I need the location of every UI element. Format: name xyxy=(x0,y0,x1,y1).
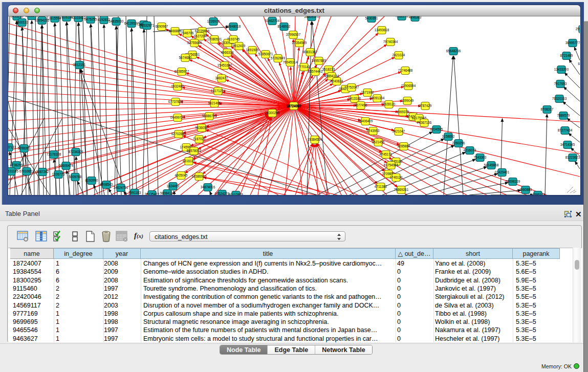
svg-text:1226916: 1226916 xyxy=(207,19,220,23)
svg-text:7182278: 7182278 xyxy=(396,16,408,18)
svg-text:75869261: 75869261 xyxy=(394,188,409,191)
svg-text:5009788: 5009788 xyxy=(69,175,82,179)
svg-text:51462704: 51462704 xyxy=(265,19,280,23)
svg-text:1491905: 1491905 xyxy=(246,48,259,52)
svg-text:0433218: 0433218 xyxy=(11,16,24,18)
svg-text:55698169: 55698169 xyxy=(506,180,520,183)
svg-text:3518233: 3518233 xyxy=(322,68,335,71)
svg-text:86578091: 86578091 xyxy=(187,149,202,152)
svg-text:1969379: 1969379 xyxy=(397,110,409,114)
svg-text:37996507: 37996507 xyxy=(286,33,301,36)
svg-text:80112805: 80112805 xyxy=(229,193,243,195)
svg-text:62386922: 62386922 xyxy=(192,174,207,178)
svg-text:2328120: 2328120 xyxy=(383,102,396,106)
svg-text:5098393: 5098393 xyxy=(18,146,31,150)
svg-text:6193990: 6193990 xyxy=(85,179,98,182)
svg-text:51850671: 51850671 xyxy=(258,52,273,56)
svg-text:7187026: 7187026 xyxy=(193,137,206,141)
svg-text:6998543: 6998543 xyxy=(100,183,113,186)
svg-text:4216073: 4216073 xyxy=(464,148,476,152)
svg-text:9413186: 9413186 xyxy=(349,97,361,100)
svg-text:5674680: 5674680 xyxy=(179,56,192,59)
svg-text:19384554: 19384554 xyxy=(308,138,322,141)
svg-text:57262849: 57262849 xyxy=(271,56,286,60)
svg-text:9600133: 9600133 xyxy=(16,20,29,24)
svg-text:80831367: 80831367 xyxy=(303,50,318,54)
svg-text:93103413: 93103413 xyxy=(71,16,86,19)
svg-text:98084124: 98084124 xyxy=(160,191,175,195)
svg-text:7917693: 7917693 xyxy=(554,82,567,85)
svg-text:2421024: 2421024 xyxy=(393,53,405,57)
svg-text:6204505: 6204505 xyxy=(430,127,443,131)
svg-text:60385977: 60385977 xyxy=(175,70,189,73)
svg-text:61595148: 61595148 xyxy=(531,193,546,195)
svg-text:1627204: 1627204 xyxy=(194,34,207,38)
svg-text:28809570: 28809570 xyxy=(304,16,319,18)
svg-text:76320163: 76320163 xyxy=(552,97,567,100)
svg-text:27354549: 27354549 xyxy=(292,41,307,45)
svg-text:1824493: 1824493 xyxy=(167,184,180,188)
svg-text:4738299: 4738299 xyxy=(10,163,23,167)
svg-text:4896383: 4896383 xyxy=(409,16,422,19)
svg-text:13171274: 13171274 xyxy=(211,89,226,93)
svg-text:18300295: 18300295 xyxy=(265,111,280,115)
svg-text:36995777: 36995777 xyxy=(565,41,580,45)
svg-text:6658760: 6658760 xyxy=(578,62,580,65)
svg-text:62702895: 62702895 xyxy=(171,132,186,136)
svg-text:13493618: 13493618 xyxy=(375,28,389,32)
svg-text:04499727: 04499727 xyxy=(170,116,185,119)
svg-text:3158692: 3158692 xyxy=(442,135,455,138)
svg-text:8708317: 8708317 xyxy=(541,107,554,111)
svg-text:1399049: 1399049 xyxy=(401,99,414,102)
svg-text:97848018: 97848018 xyxy=(226,25,241,28)
svg-text:01429401: 01429401 xyxy=(495,170,510,174)
svg-text:29946804: 29946804 xyxy=(576,27,580,31)
svg-text:34714345: 34714345 xyxy=(560,143,575,146)
svg-text:6475255: 6475255 xyxy=(84,17,97,21)
svg-text:7991183: 7991183 xyxy=(128,191,141,194)
svg-text:7770143: 7770143 xyxy=(298,65,311,69)
svg-text:87234309: 87234309 xyxy=(69,150,83,154)
svg-text:4966319: 4966319 xyxy=(221,51,234,54)
svg-text:64835030: 64835030 xyxy=(109,19,124,23)
svg-text:4745171: 4745171 xyxy=(380,152,393,156)
svg-text:5240824: 5240824 xyxy=(331,79,343,83)
svg-text:9636057: 9636057 xyxy=(195,126,208,129)
svg-text:9521456: 9521456 xyxy=(372,140,385,144)
svg-text:55886753: 55886753 xyxy=(202,114,217,118)
svg-text:4316117: 4316117 xyxy=(183,159,195,163)
svg-text:96532871: 96532871 xyxy=(140,24,155,27)
svg-text:81223623: 81223623 xyxy=(565,156,580,159)
svg-text:71746488: 71746488 xyxy=(398,69,413,72)
svg-text:74367136: 74367136 xyxy=(417,121,432,124)
svg-text:3482477: 3482477 xyxy=(215,76,228,80)
svg-text:71906594: 71906594 xyxy=(401,84,416,87)
svg-text:65787133: 65787133 xyxy=(8,145,16,149)
svg-text:8677496: 8677496 xyxy=(355,103,367,107)
svg-text:0932480: 0932480 xyxy=(171,84,184,88)
svg-text:65648236: 65648236 xyxy=(446,49,461,53)
svg-text:25135427: 25135427 xyxy=(145,192,160,195)
svg-text:4060883: 4060883 xyxy=(519,188,532,191)
svg-text:67737826: 67737826 xyxy=(168,100,183,103)
svg-text:18724007: 18724007 xyxy=(286,104,301,108)
svg-text:3387262: 3387262 xyxy=(36,170,49,173)
svg-text:79740344: 79740344 xyxy=(383,40,398,43)
svg-text:0812191: 0812191 xyxy=(73,63,86,67)
svg-text:1746120: 1746120 xyxy=(390,176,403,179)
svg-text:8386379: 8386379 xyxy=(26,16,38,17)
svg-text:3285884: 3285884 xyxy=(398,144,410,148)
svg-text:67010651: 67010651 xyxy=(19,169,34,173)
svg-text:4711382: 4711382 xyxy=(375,185,387,188)
svg-text:2260256: 2260256 xyxy=(452,141,465,145)
svg-text:76945314: 76945314 xyxy=(283,60,298,64)
svg-text:1671902: 1671902 xyxy=(361,91,374,94)
svg-text:9421047: 9421047 xyxy=(393,129,405,133)
svg-text:34624751: 34624751 xyxy=(114,186,128,189)
svg-text:34874016: 34874016 xyxy=(201,185,215,189)
svg-text:77752047: 77752047 xyxy=(344,85,359,89)
svg-text:73178108: 73178108 xyxy=(47,152,61,156)
svg-text:81754965: 81754965 xyxy=(384,163,399,167)
svg-text:9821465: 9821465 xyxy=(208,101,221,105)
svg-text:94406409: 94406409 xyxy=(358,119,373,123)
